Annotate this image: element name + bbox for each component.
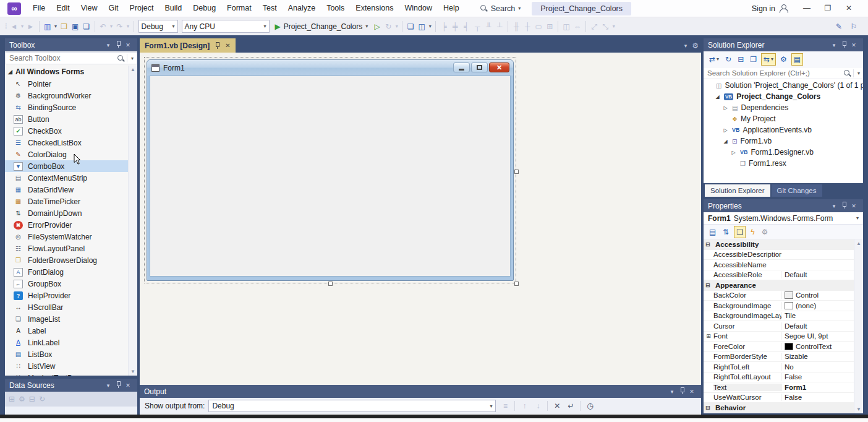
scroll-down-icon[interactable]: ▼ — [854, 407, 863, 412]
designed-form[interactable]: Form1 ✕ — [147, 59, 514, 281]
maximize-button[interactable]: ❐ — [817, 0, 838, 17]
find-in-files-icon[interactable]: ❏ — [405, 22, 416, 31]
chevron-down-icon[interactable]: ▾ — [829, 203, 839, 209]
tool-caret-icon[interactable]: ▾ — [427, 24, 433, 29]
property-row-font[interactable]: ⊞FontSegoe UI, 9pt — [704, 332, 854, 342]
close-button[interactable]: ✕ — [838, 0, 859, 17]
tab-list-chevron-icon[interactable]: ▾ — [684, 43, 687, 49]
tree-item[interactable]: ◢⊡Form1.vb — [704, 136, 863, 147]
pin-icon[interactable] — [113, 40, 123, 50]
toolbox-item-listbox[interactable]: ▤ListBox — [5, 348, 128, 360]
quick-search-box[interactable]: Search ▾ — [475, 3, 526, 14]
toolbox-item-linklabel[interactable]: ALinkLabel — [5, 337, 128, 348]
menu-help[interactable]: Help — [438, 0, 465, 17]
toolbar-grip[interactable]: ⁞⁞ — [5, 23, 6, 30]
clear-all-icon[interactable]: ✕ — [551, 402, 563, 410]
property-value[interactable]: False — [781, 373, 854, 381]
scroll-up-icon[interactable]: ▲ — [129, 67, 137, 72]
chevron-down-icon[interactable]: ▾ — [103, 42, 113, 48]
solution-explorer-header[interactable]: Solution Explorer ▾ ✕ — [704, 38, 863, 51]
platform-dropdown[interactable]: Any CPU ▾ — [182, 20, 270, 33]
property-value[interactable]: Default — [781, 322, 854, 330]
collapse-all-icon[interactable]: ⊟ — [736, 54, 746, 65]
gear-icon[interactable]: ⚙ — [692, 41, 699, 50]
menu-extensions[interactable]: Extensions — [350, 0, 399, 17]
toolbox-item-groupbox[interactable]: ⌐GroupBox — [5, 278, 128, 290]
toolbox-item-label[interactable]: ALabel — [5, 325, 128, 337]
collapse-icon[interactable]: ⊟ — [705, 241, 713, 248]
sign-in-button[interactable]: Sign in — [752, 4, 788, 13]
expand-icon[interactable]: ⊞ — [704, 333, 713, 339]
minimize-button[interactable]: — — [796, 0, 817, 17]
refresh-icon[interactable]: ↻ — [723, 54, 733, 65]
close-icon[interactable]: ✕ — [687, 389, 697, 395]
chevron-down-icon[interactable]: ▾ — [667, 389, 677, 395]
solution-search[interactable]: ▾ — [704, 67, 863, 79]
property-value[interactable]: Sizable — [781, 353, 854, 360]
tool-tab-solution-explorer[interactable]: Solution Explorer — [705, 184, 770, 197]
toolbox-item-flowlayoutpanel[interactable]: ☷FlowLayoutPanel — [5, 243, 128, 254]
property-row-backcolor[interactable]: BackColorControl — [704, 291, 854, 301]
tree-item[interactable]: ❐Form1.resx — [704, 158, 863, 169]
pin-icon[interactable] — [677, 387, 687, 396]
property-value[interactable]: Form1 — [781, 384, 854, 391]
property-value[interactable]: No — [781, 363, 854, 371]
properties-icon[interactable]: ⚙ — [778, 54, 789, 65]
close-icon[interactable]: ✕ — [123, 382, 133, 389]
events-icon[interactable]: ϟ — [749, 226, 756, 238]
property-row-formborderstyle[interactable]: FormBorderStyleSizable — [704, 352, 854, 363]
toolbox-item-filesystemwatcher[interactable]: ◎FileSystemWatcher — [5, 231, 128, 243]
toolbox-item-datagridview[interactable]: ▦DataGridView — [5, 184, 128, 196]
toolbox-search-input[interactable] — [9, 54, 117, 62]
expander-icon[interactable]: ▷ — [722, 127, 729, 133]
property-value[interactable]: Control — [781, 291, 854, 299]
tree-item[interactable]: ▷VBApplicationEvents.vb — [704, 124, 863, 136]
send-feedback-icon[interactable]: ✎ — [833, 22, 845, 31]
toolbox-item-domainupdown[interactable]: ⇅DomainUpDown — [5, 207, 128, 219]
property-value[interactable]: ControlText — [781, 343, 854, 350]
notifications-icon[interactable]: ⚐ — [848, 22, 859, 31]
menu-window[interactable]: Window — [399, 0, 437, 17]
property-row-backgroundimagelayout[interactable]: BackgroundImageLayoutTile — [704, 311, 854, 322]
toolbox-item-folderbrowserdialog[interactable]: ❒FolderBrowserDialog — [5, 254, 128, 266]
menu-test[interactable]: Test — [257, 0, 283, 17]
close-icon[interactable]: ✕ — [225, 42, 230, 49]
close-icon[interactable]: ✕ — [849, 42, 859, 48]
toolbox-item-hscrollbar[interactable]: ↔HScrollBar — [5, 301, 128, 313]
chevron-down-icon[interactable]: ▾ — [829, 42, 839, 48]
resize-handle-bottom-right[interactable] — [514, 282, 519, 286]
property-value[interactable]: False — [781, 394, 854, 401]
properties-object-selector[interactable]: Form1 System.Windows.Forms.Form ▾ — [704, 212, 863, 225]
pin-icon[interactable] — [113, 381, 123, 390]
property-category-appearance[interactable]: ⊟Appearance — [704, 280, 854, 291]
properties-header[interactable]: Properties ▾ ✕ — [704, 199, 863, 212]
toolbox-item-maskedtextbox[interactable]: ( )MaskedTextBox — [5, 372, 128, 376]
property-pages-icon[interactable]: ⚙ — [760, 226, 770, 238]
expander-icon[interactable]: ◢ — [722, 139, 729, 144]
menu-view[interactable]: View — [75, 0, 103, 17]
toolbox-item-colordialog[interactable]: ✎ColorDialog — [5, 149, 128, 160]
chevron-down-icon[interactable]: ▾ — [129, 56, 135, 61]
data-sources-header[interactable]: Data Sources ▾ ✕ — [5, 379, 137, 392]
menu-format[interactable]: Format — [221, 0, 257, 17]
sync-with-active-document-icon[interactable]: ⇆▾ — [761, 53, 776, 66]
tab-form1-design[interactable]: Form1.vb [Design] ✕ — [140, 38, 236, 53]
resize-handle-bottom[interactable] — [328, 282, 333, 286]
show-all-files-icon[interactable]: ▤ — [791, 53, 803, 66]
property-row-accessiblename[interactable]: AccessibleName — [704, 260, 854, 270]
property-category-accessibility[interactable]: ⊟Accessibility — [704, 239, 854, 250]
property-category-behavior[interactable]: ⊟Behavior — [704, 403, 854, 413]
menu-tools[interactable]: Tools — [321, 0, 350, 17]
menu-edit[interactable]: Edit — [51, 0, 75, 17]
menu-git[interactable]: Git — [103, 0, 124, 17]
property-row-text[interactable]: TextForm1 — [704, 382, 854, 393]
configuration-dropdown[interactable]: Debug ▾ — [138, 20, 178, 33]
toolbox-item-imagelist[interactable]: ❏ImageList — [5, 313, 128, 325]
pending-changes-filter-icon[interactable]: ❐ — [748, 54, 759, 65]
new-project-icon[interactable]: ▥ — [42, 22, 53, 31]
toolbox-item-fontdialog[interactable]: AFontDialog — [5, 266, 128, 278]
property-row-usewaitcursor[interactable]: UseWaitCursorFalse — [704, 393, 854, 403]
tree-item[interactable]: ◫Solution 'Project_Change_Colors' (1 of … — [704, 80, 863, 91]
resize-handle-right[interactable] — [514, 170, 519, 174]
save-all-icon[interactable]: ❏ — [81, 22, 92, 31]
